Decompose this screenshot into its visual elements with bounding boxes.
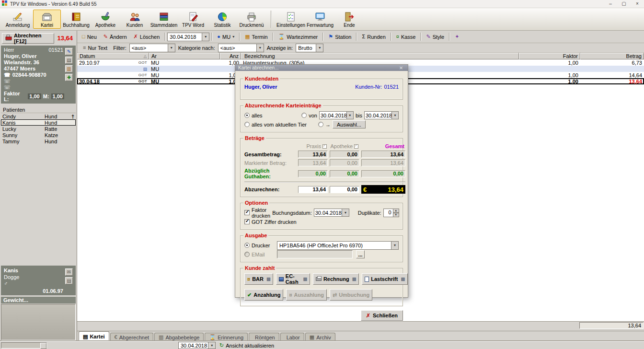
bar-button[interactable]: ¤BAR▤: [244, 273, 273, 285]
column-header-ar[interactable]: Ar: [149, 53, 220, 59]
patient-row-sunny[interactable]: Sunny Katze: [1, 132, 76, 138]
column-header-anz[interactable]: Anz: [220, 53, 241, 59]
runden-button[interactable]: ΣRunden: [359, 33, 388, 41]
edit-note-icon[interactable]: ✎: [65, 48, 73, 55]
tab-archiv[interactable]: ▦Archiv: [305, 333, 335, 341]
apotheke-check-icon[interactable]: [354, 144, 358, 149]
horizontal-scrollbar[interactable]: [1, 342, 47, 349]
toolbar-apotheke[interactable]: Apotheke: [92, 10, 119, 29]
column-header-bezeichnung[interactable]: Bezeichnung: [241, 53, 519, 59]
chevron-down-icon[interactable]: ▾: [346, 112, 353, 119]
toolbar-fernwartung[interactable]: Fernwartung: [306, 10, 334, 29]
faktor-drucken-checkbox[interactable]: [244, 210, 250, 215]
column-header-datum[interactable]: Datum△: [77, 53, 149, 59]
chevron-down-icon[interactable]: ▾: [208, 342, 215, 349]
book-icon[interactable]: ▥: [65, 65, 73, 72]
mu-button[interactable]: ●MU▾: [214, 33, 237, 41]
scrollbar-thumb[interactable]: [40, 343, 46, 349]
minimize-icon[interactable]: –: [604, 0, 617, 8]
toolbar-tpv-word[interactable]: TPV Word: [179, 10, 207, 29]
print-option-icon[interactable]: ▤: [401, 277, 405, 281]
column-header-betrag[interactable]: Betrag: [580, 53, 644, 59]
von-date-combo[interactable]: 30.04.2018▾: [319, 111, 354, 119]
drucker-combo[interactable]: HP1BA546 (HP OfficeJet Pro 6970)▾: [277, 241, 399, 250]
print-icon[interactable]: ▤: [65, 277, 73, 284]
toolbar-druckmenu[interactable]: Druckmenü: [238, 10, 265, 29]
chevron-down-icon[interactable]: ▾: [391, 112, 398, 119]
toolbar-buchhaltung[interactable]: Buchhaltung: [62, 10, 90, 29]
patient-row-cindy[interactable]: Cindy Hund †: [1, 113, 76, 119]
gewicht-header[interactable]: Gewicht...: [1, 297, 76, 303]
dialog-close-icon[interactable]: ×: [397, 65, 405, 71]
chevron-down-icon[interactable]: ▾: [391, 242, 398, 249]
radio-aktuelles-tier[interactable]: [244, 122, 250, 127]
aendern-button[interactable]: ✎Ändern: [101, 33, 130, 41]
close-icon[interactable]: ×: [631, 0, 644, 8]
schliessen-button[interactable]: ✗ Schließen: [361, 310, 403, 321]
anzahlung-button[interactable]: ✔Anzahlung: [244, 289, 283, 301]
patient-info-panel[interactable]: Kanis Dogge ♂ 01.06.97 ✉ ▤: [1, 266, 76, 295]
tab-roentgen[interactable]: Röntgen: [249, 333, 279, 341]
record-date-combo[interactable]: 30.04.2018▾: [167, 33, 209, 41]
chevron-down-icon[interactable]: ▾: [202, 33, 209, 41]
toolbar-ende[interactable]: Ende: [335, 10, 363, 29]
dialog-title-bar[interactable]: Kartei abrechnen... ×: [235, 65, 408, 71]
refresh-view-button[interactable]: ↻ Ansicht aktualisieren: [219, 343, 274, 349]
termin-button[interactable]: ▦Termin: [242, 33, 270, 41]
statusbar-date-combo[interactable]: 30.04.2018▾: [178, 342, 216, 349]
radio-email[interactable]: [244, 252, 250, 257]
got-ziffer-checkbox[interactable]: [244, 219, 250, 224]
chevron-down-icon[interactable]: ▾: [256, 44, 264, 52]
toolbar-statistik[interactable]: Statistik: [208, 10, 236, 29]
mail-icon[interactable]: ✉: [65, 268, 73, 276]
maximize-icon[interactable]: ▢: [617, 0, 631, 8]
neu-button[interactable]: □Neu: [79, 33, 100, 41]
toolbar-kartei[interactable]: Kartei: [33, 10, 61, 29]
tab-erinnerung[interactable]: ⌛Erinnerung: [205, 333, 248, 341]
radio-von[interactable]: [301, 113, 307, 118]
auswahl-button[interactable]: Auswahl...: [333, 120, 366, 128]
toolbar-stammdaten[interactable]: Stammdaten: [150, 10, 178, 29]
duplikate-stepper[interactable]: 0 ▲▼: [383, 209, 399, 217]
rechnung-button[interactable]: Rechnung▤: [313, 273, 359, 285]
tab-abgabebelege[interactable]: ▥Abgabebelege: [154, 333, 204, 341]
print-option-icon[interactable]: ▤: [352, 277, 356, 281]
kategorie-combo[interactable]: <aus>▾: [218, 44, 264, 52]
auszahlung-button[interactable]: ¤Auszahlung: [286, 289, 326, 301]
print-icon[interactable]: ▤: [65, 57, 73, 64]
email-browse-button[interactable]: ...: [356, 250, 365, 258]
tab-abgerechnet[interactable]: €Abgerechnet: [110, 333, 154, 341]
anzeige-combo[interactable]: Brutto▾: [296, 44, 323, 52]
column-header-faktor[interactable]: Faktor: [519, 53, 580, 59]
radio-auswahl[interactable]: [318, 122, 323, 127]
toolbar-kunden[interactable]: Kunden: [121, 10, 149, 29]
chevron-down-icon[interactable]: ▾: [342, 209, 349, 216]
abrechnen-button[interactable]: Abrechnen [F12]: [2, 33, 54, 44]
radio-drucker[interactable]: [244, 243, 250, 248]
patient-row-kanis[interactable]: Kanis Hund: [1, 119, 76, 126]
print-option-icon[interactable]: ▤: [266, 277, 271, 281]
wartezimmer-button[interactable]: ⌛Wartezimmer: [276, 33, 321, 41]
tab-labor[interactable]: Labor: [280, 333, 304, 341]
tab-kartei[interactable]: ▤Kartei: [79, 331, 109, 341]
station-button[interactable]: ⚑Station: [325, 33, 354, 41]
kasse-button[interactable]: ¤Kasse: [393, 33, 419, 41]
patient-row-tammy[interactable]: Tammy Hund: [1, 138, 76, 144]
buchungsdatum-combo[interactable]: 30.04.2018▾: [314, 209, 349, 217]
loeschen-button[interactable]: ✗Löschen: [131, 33, 163, 41]
toolbar-einstellungen[interactable]: Einstellungen: [277, 10, 305, 29]
toolbar-anmeldung[interactable]: Anmeldung: [4, 10, 32, 29]
praxis-check-icon[interactable]: [322, 144, 327, 149]
chevron-down-icon[interactable]: ▾: [168, 44, 175, 52]
radio-alles[interactable]: [244, 113, 250, 118]
customer-panel[interactable]: Herr01521 Huger, Oliver Wielandstr. 36 4…: [1, 46, 76, 104]
lastschrift-button[interactable]: Lastschrift▤: [362, 273, 408, 285]
bis-date-combo[interactable]: 30.04.2018▾: [364, 111, 399, 119]
chevron-down-icon[interactable]: ▾: [316, 44, 323, 52]
umbuchung-button[interactable]: ⇄Umbuchung: [330, 289, 372, 301]
patient-row-lucky[interactable]: Lucky Ratte: [1, 126, 76, 132]
style-button[interactable]: ✎Style: [423, 33, 447, 41]
filter-combo[interactable]: <aus>▾: [129, 44, 175, 52]
ec-cash-button[interactable]: EC-Cash▤: [276, 273, 310, 285]
extra-tool-button[interactable]: ✦: [452, 33, 462, 40]
